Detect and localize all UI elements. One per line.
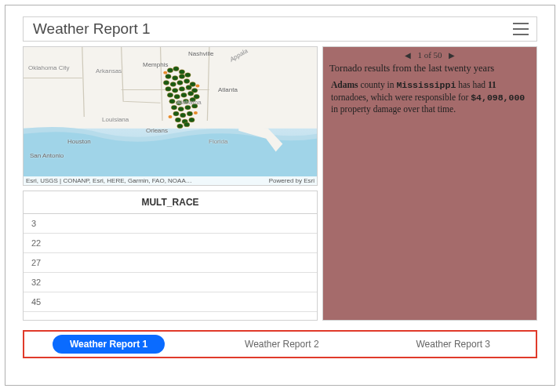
map-attrib-left: Esri, USGS | CONANP, Esri, HERE, Garmin,…: [26, 177, 192, 184]
pager-pos: 1: [417, 50, 422, 60]
svg-point-11: [184, 79, 189, 84]
table-row[interactable]: 27: [24, 253, 317, 273]
detail-damage: $4,098,000: [471, 93, 525, 103]
table-header: MULT_RACE: [24, 191, 317, 214]
svg-point-28: [178, 107, 184, 111]
svg-point-6: [179, 74, 184, 79]
tab-report-1[interactable]: Weather Report 1: [53, 335, 165, 354]
svg-point-20: [181, 93, 187, 97]
svg-point-15: [179, 86, 184, 91]
svg-point-9: [170, 82, 176, 86]
map-label: Orleans: [146, 127, 168, 134]
detail-title: Tornado results from the last twenty yea…: [323, 61, 536, 78]
table-row[interactable]: 32: [24, 273, 317, 292]
svg-point-33: [187, 111, 192, 116]
svg-point-27: [171, 105, 176, 110]
svg-point-36: [189, 118, 195, 122]
svg-point-10: [177, 81, 183, 85]
svg-point-37: [177, 124, 183, 129]
svg-point-31: [173, 111, 179, 116]
svg-point-42: [194, 111, 198, 114]
map-widget[interactable]: Oklahoma City Arkansas Memphis Nashville…: [23, 46, 318, 186]
pager-total: 50: [434, 50, 442, 60]
svg-point-40: [195, 84, 199, 87]
table-row[interactable]: 45: [24, 292, 317, 312]
map-label: Memphis: [143, 61, 168, 68]
map-label: San Antonio: [30, 152, 64, 159]
map-attribution: Esri, USGS | CONANP, Esri, HERE, Garmin,…: [24, 176, 317, 185]
svg-point-2: [173, 67, 179, 71]
svg-point-14: [172, 88, 177, 93]
svg-point-18: [167, 93, 173, 97]
detail-body: Adams county in Mississippi has had 11 t…: [323, 78, 536, 118]
svg-point-39: [163, 71, 167, 74]
svg-point-34: [175, 118, 180, 122]
svg-point-32: [180, 113, 185, 118]
tabs-bar: Weather Report 1 Weather Report 2 Weathe…: [23, 330, 537, 358]
svg-point-29: [185, 105, 191, 110]
app-frame: Weather Report 1: [5, 5, 555, 386]
svg-point-41: [169, 115, 173, 118]
detail-state: Mississippi: [396, 80, 456, 90]
prev-icon[interactable]: ◀: [400, 51, 416, 60]
map-label: Oklahoma City: [28, 64, 69, 71]
map-label: Nashville: [188, 50, 213, 57]
detail-county: Adams: [331, 80, 358, 89]
svg-point-23: [169, 99, 175, 103]
detail-panel: ◀ 1 of 50 ▶ Tornado results from the las…: [322, 46, 537, 321]
svg-point-5: [172, 76, 177, 81]
next-icon[interactable]: ▶: [444, 51, 460, 60]
detail-count: 11: [488, 80, 496, 89]
table-row[interactable]: 22: [24, 234, 317, 253]
header-bar: Weather Report 1: [23, 16, 537, 42]
map-label: Florida: [209, 138, 227, 145]
menu-icon[interactable]: [513, 23, 529, 35]
pager-of: of: [424, 50, 431, 60]
svg-point-38: [184, 122, 189, 127]
svg-point-4: [165, 74, 171, 79]
svg-point-1: [167, 68, 173, 73]
map-label: Houston: [67, 138, 91, 145]
svg-point-7: [185, 73, 191, 78]
left-column: Oklahoma City Arkansas Memphis Nashville…: [23, 46, 318, 321]
data-table: MULT_RACE 3 22 27 32 45: [23, 191, 318, 321]
map-label: Alabama: [176, 99, 202, 106]
svg-point-3: [179, 70, 184, 74]
svg-point-13: [165, 86, 171, 91]
tab-report-3[interactable]: Weather Report 3: [398, 335, 507, 354]
svg-point-8: [163, 81, 169, 85]
map-label: Atlanta: [218, 86, 238, 93]
svg-point-16: [186, 85, 191, 89]
map-attrib-right: Powered by Esri: [269, 177, 315, 184]
map-label: Louisiana: [102, 116, 129, 123]
tab-report-2[interactable]: Weather Report 2: [227, 335, 336, 354]
pager: ◀ 1 of 50 ▶: [323, 47, 536, 61]
page-title: Weather Report 1: [33, 20, 151, 38]
table-row[interactable]: 3: [24, 214, 317, 234]
svg-point-21: [187, 91, 193, 96]
content-row: Oklahoma City Arkansas Memphis Nashville…: [23, 46, 537, 321]
map-label: Arkansas: [96, 67, 122, 74]
